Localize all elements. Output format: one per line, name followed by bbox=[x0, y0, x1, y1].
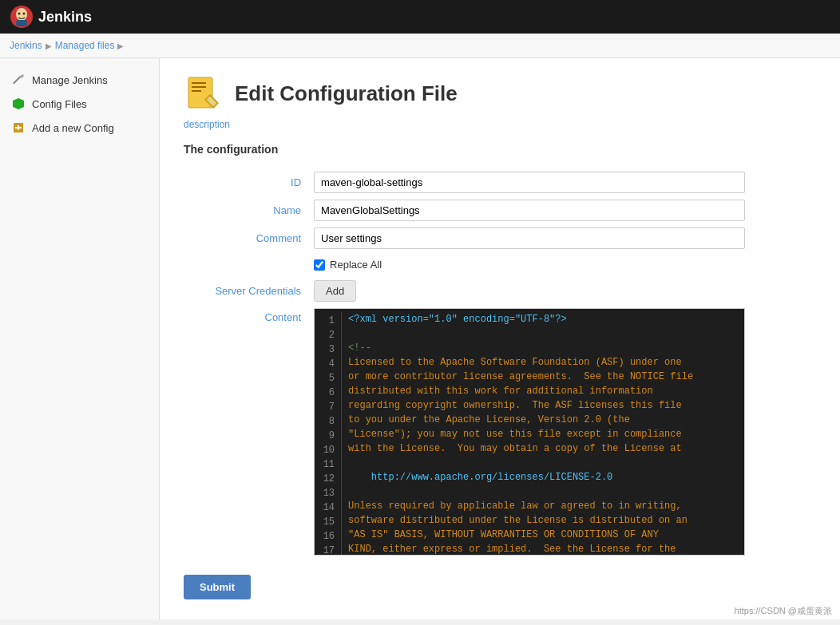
page-header: Edit Configuration File bbox=[184, 74, 816, 113]
name-row: Name bbox=[184, 196, 816, 224]
sidebar-label-manage-jenkins: Manage Jenkins bbox=[32, 74, 108, 86]
jenkins-logo[interactable]: Jenkins bbox=[10, 5, 92, 29]
replace-all-checkbox[interactable] bbox=[314, 259, 325, 271]
sidebar-label-config-files: Config Files bbox=[32, 98, 87, 110]
breadcrumb-sep-2: ▶ bbox=[117, 42, 124, 50]
jenkins-avatar-icon bbox=[10, 5, 34, 29]
content-label: Content bbox=[184, 305, 314, 559]
replace-all-field: Replace All bbox=[314, 252, 816, 277]
app-title: Jenkins bbox=[38, 9, 92, 26]
wrench-icon bbox=[11, 73, 26, 87]
svg-point-2 bbox=[18, 13, 21, 15]
svg-rect-4 bbox=[16, 20, 27, 26]
name-field bbox=[314, 196, 816, 224]
replace-all-text: Replace All bbox=[330, 259, 382, 271]
name-label: Name bbox=[184, 196, 314, 224]
id-input[interactable] bbox=[314, 172, 745, 193]
sidebar: Manage Jenkins Config Files Add a new Co… bbox=[0, 58, 160, 619]
breadcrumb-sep-1: ▶ bbox=[46, 42, 52, 50]
form-section: The configuration ID Name bbox=[184, 143, 816, 559]
add-button[interactable]: Add bbox=[314, 280, 356, 302]
replace-all-row: Replace All bbox=[184, 252, 816, 277]
server-credentials-row: Server Credentials Add bbox=[184, 277, 816, 305]
main-layout: Manage Jenkins Config Files Add a new Co… bbox=[0, 58, 840, 619]
page-title: Edit Configuration File bbox=[235, 81, 458, 106]
comment-field bbox=[314, 224, 816, 252]
sidebar-item-add-config[interactable]: Add a new Config bbox=[0, 116, 159, 140]
sidebar-item-config-files[interactable]: Config Files bbox=[0, 92, 159, 116]
add-icon bbox=[11, 121, 26, 135]
sidebar-label-add-config: Add a new Config bbox=[32, 122, 114, 134]
code-content: <?xml version="1.0" encoding="UTF-8"?> <… bbox=[348, 312, 741, 556]
id-row: ID bbox=[184, 168, 816, 196]
svg-point-3 bbox=[23, 13, 26, 15]
watermark: https://CSDN @咸蛋黄派 bbox=[735, 605, 832, 617]
description-link[interactable]: description bbox=[184, 119, 816, 130]
sidebar-item-manage-jenkins[interactable]: Manage Jenkins bbox=[0, 68, 159, 92]
replace-all-label-cell bbox=[184, 252, 314, 277]
name-input[interactable] bbox=[314, 200, 745, 221]
comment-row: Comment bbox=[184, 224, 816, 252]
breadcrumb: Jenkins ▶ Managed files ▶ bbox=[0, 34, 840, 58]
edit-config-icon bbox=[184, 74, 222, 113]
config-icon bbox=[11, 97, 26, 111]
content-editor[interactable]: 12345 678910 1112131415 1617181920 21 <?… bbox=[314, 308, 745, 556]
svg-rect-12 bbox=[192, 86, 206, 88]
id-field bbox=[314, 168, 816, 196]
svg-rect-11 bbox=[192, 82, 206, 84]
app-header: Jenkins bbox=[0, 0, 840, 34]
svg-rect-9 bbox=[15, 127, 22, 129]
svg-rect-13 bbox=[192, 90, 201, 92]
section-title: The configuration bbox=[184, 143, 816, 159]
breadcrumb-managed-files[interactable]: Managed files bbox=[55, 40, 115, 51]
server-credentials-field: Add bbox=[314, 277, 816, 305]
comment-input[interactable] bbox=[314, 227, 745, 249]
svg-rect-5 bbox=[20, 74, 25, 79]
replace-all-checkbox-row: Replace All bbox=[314, 255, 816, 274]
config-form: ID Name Comment bbox=[184, 168, 816, 559]
id-label: ID bbox=[184, 168, 314, 196]
server-credentials-label: Server Credentials bbox=[184, 277, 314, 305]
content-field: 12345 678910 1112131415 1617181920 21 <?… bbox=[314, 305, 816, 559]
line-numbers: 12345 678910 1112131415 1617181920 21 bbox=[318, 312, 342, 556]
comment-label: Comment bbox=[184, 224, 314, 252]
breadcrumb-jenkins[interactable]: Jenkins bbox=[10, 40, 42, 51]
svg-marker-6 bbox=[13, 98, 24, 109]
content-row: Content 12345 678910 1112131415 16171819… bbox=[184, 305, 816, 559]
code-area: 12345 678910 1112131415 1617181920 21 <?… bbox=[318, 312, 741, 556]
main-content: Edit Configuration File description The … bbox=[160, 58, 840, 619]
submit-button[interactable]: Submit bbox=[184, 575, 251, 599]
